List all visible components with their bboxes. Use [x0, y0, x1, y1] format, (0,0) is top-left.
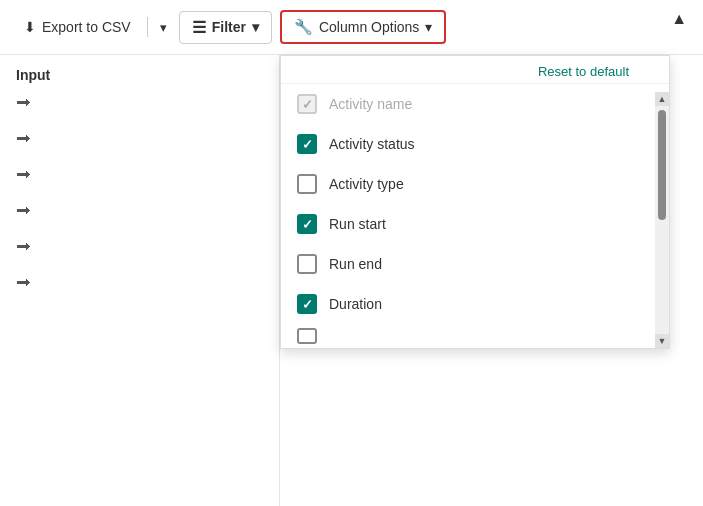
dropdown-item-label: Activity name — [329, 96, 412, 112]
scrollbar-track[interactable]: ▲ ▼ — [655, 92, 669, 348]
dropdown-item-label: Run start — [329, 216, 386, 232]
export-label: Export to CSV — [42, 19, 131, 35]
dropdown-item-label: Duration — [329, 296, 382, 312]
dropdown-list: ✓ Activity name ✓ Activity status Activi… — [281, 84, 669, 348]
dropdown-item-duration[interactable]: ✓ Duration — [281, 284, 669, 324]
checkmark-icon: ✓ — [302, 217, 313, 232]
checkbox-partial[interactable] — [297, 328, 317, 344]
scrollbar-thumb — [658, 110, 666, 220]
arrow-icon: ⮕ — [16, 275, 32, 293]
export-chevron-button[interactable]: ▾ — [156, 14, 171, 41]
reset-to-default-button[interactable]: Reset to default — [538, 64, 629, 79]
filter-icon: ☰ — [192, 18, 206, 37]
dropdown-reset-row: Reset to default — [281, 56, 669, 84]
arrow-icon: ⮕ — [16, 203, 32, 221]
filter-chevron-icon: ▾ — [252, 19, 259, 35]
checkbox-duration[interactable]: ✓ — [297, 294, 317, 314]
export-icon: ⬇ — [24, 19, 36, 35]
filter-label: Filter — [212, 19, 246, 35]
list-item: ⮕ — [16, 275, 263, 293]
chevron-down-icon: ▾ — [160, 20, 167, 35]
arrow-icon: ⮕ — [16, 95, 32, 113]
column-options-chevron-icon: ▾ — [425, 19, 432, 35]
scrollbar-thumb-container — [658, 106, 666, 334]
dropdown-item-label: Run end — [329, 256, 382, 272]
list-item: ⮕ — [16, 239, 263, 257]
checkbox-activity-type[interactable] — [297, 174, 317, 194]
arrow-icon: ⮕ — [16, 131, 32, 149]
list-item: ⮕ — [16, 131, 263, 149]
column-options-button[interactable]: 🔧 Column Options ▾ — [280, 10, 446, 44]
column-options-label: Column Options — [319, 19, 419, 35]
checkbox-activity-status[interactable]: ✓ — [297, 134, 317, 154]
scroll-down-button[interactable]: ▼ — [655, 334, 669, 348]
export-to-csv-button[interactable]: ⬇ Export to CSV — [16, 13, 139, 41]
checkbox-activity-name[interactable]: ✓ — [297, 94, 317, 114]
wrench-icon: 🔧 — [294, 18, 313, 36]
arrow-icon: ⮕ — [16, 239, 32, 257]
input-section-label: Input — [16, 67, 263, 83]
arrow-icon: ⮕ — [16, 167, 32, 185]
dropdown-item-label: Activity status — [329, 136, 415, 152]
checkmark-icon: ✓ — [302, 297, 313, 312]
checkmark-icon: ✓ — [302, 137, 313, 152]
dropdown-item-activity-name[interactable]: ✓ Activity name — [281, 84, 669, 124]
dropdown-item-activity-status[interactable]: ✓ Activity status — [281, 124, 669, 164]
checkbox-run-end[interactable] — [297, 254, 317, 274]
dropdown-item-label: Activity type — [329, 176, 404, 192]
filter-button[interactable]: ☰ Filter ▾ — [179, 11, 272, 44]
collapse-button[interactable]: ▲ — [671, 10, 687, 28]
checkmark-icon: ✓ — [302, 97, 313, 112]
main-content: Input ⮕ ⮕ ⮕ ⮕ ⮕ ⮕ Reset to defa — [0, 55, 703, 506]
dropdown-item-partial[interactable] — [281, 324, 669, 348]
list-item: ⮕ — [16, 167, 263, 185]
input-rows: ⮕ ⮕ ⮕ ⮕ ⮕ ⮕ — [16, 95, 263, 293]
list-item: ⮕ — [16, 95, 263, 113]
toolbar: ⬇ Export to CSV ▾ ☰ Filter ▾ 🔧 Column Op… — [0, 0, 703, 55]
left-panel: Input ⮕ ⮕ ⮕ ⮕ ⮕ ⮕ — [0, 55, 280, 506]
dropdown-item-activity-type[interactable]: Activity type — [281, 164, 669, 204]
dropdown-item-run-end[interactable]: Run end — [281, 244, 669, 284]
scroll-up-button[interactable]: ▲ — [655, 92, 669, 106]
list-item: ⮕ — [16, 203, 263, 221]
column-options-dropdown: Reset to default ✓ Activity name ✓ Activ… — [280, 55, 670, 349]
dropdown-item-run-start[interactable]: ✓ Run start — [281, 204, 669, 244]
toolbar-divider — [147, 17, 148, 37]
checkbox-run-start[interactable]: ✓ — [297, 214, 317, 234]
